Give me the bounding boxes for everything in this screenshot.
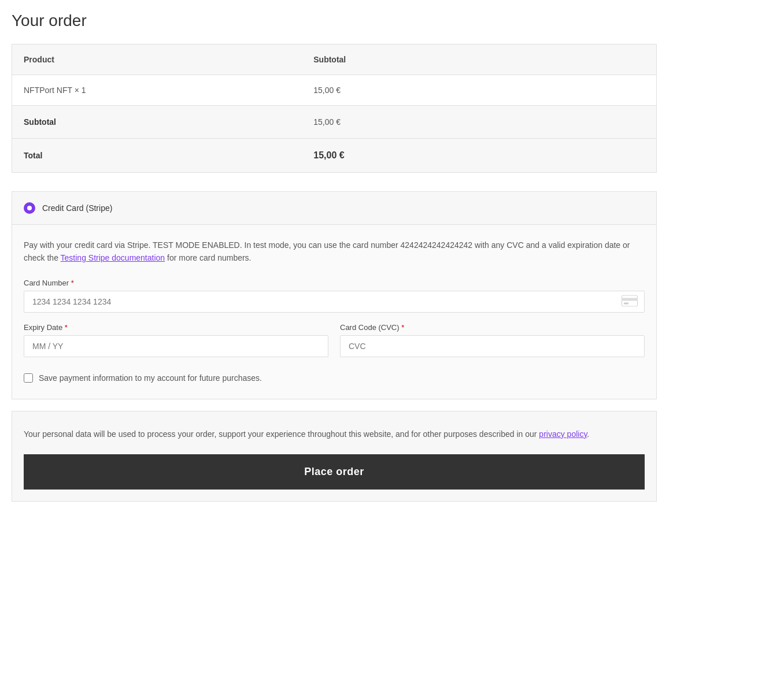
product-name: NFTPort NFT — [24, 86, 72, 95]
save-payment-row: Save payment information to my account f… — [24, 373, 645, 383]
payment-method-label: Credit Card (Stripe) — [42, 203, 112, 213]
expiry-label: Expiry Date * — [24, 323, 328, 332]
place-order-button[interactable]: Place order — [24, 454, 645, 490]
svg-rect-2 — [624, 302, 628, 304]
payment-radio[interactable] — [24, 202, 35, 214]
privacy-policy-link[interactable]: privacy policy — [539, 429, 587, 439]
payment-description: Pay with your credit card via Stripe. TE… — [24, 239, 645, 265]
total-label: Total — [12, 139, 302, 173]
save-payment-label[interactable]: Save payment information to my account f… — [39, 373, 262, 383]
required-star-expiry: * — [62, 323, 68, 332]
product-column-header: Product — [12, 45, 302, 75]
order-item-row: NFTPort NFT × 1 15,00 € — [12, 75, 657, 106]
privacy-text-part2: . — [587, 429, 589, 439]
subtotal-value: 15,00 € — [302, 106, 656, 139]
payment-header: Credit Card (Stripe) — [12, 192, 656, 225]
product-subtotal-cell: 15,00 € — [302, 75, 656, 106]
order-table: Product Subtotal NFTPort NFT × 1 15,00 €… — [12, 44, 657, 173]
subtotal-row: Subtotal 15,00 € — [12, 106, 657, 139]
payment-body: Pay with your credit card via Stripe. TE… — [12, 225, 656, 399]
product-name-cell: NFTPort NFT × 1 — [12, 75, 302, 106]
svg-rect-1 — [622, 298, 638, 301]
required-star: * — [69, 279, 74, 287]
privacy-section: Your personal data will be used to proce… — [12, 411, 657, 502]
product-quantity: × 1 — [75, 86, 86, 95]
card-number-input[interactable] — [24, 291, 645, 313]
cvc-group: Card Code (CVC) * — [340, 323, 645, 357]
privacy-text-part1: Your personal data will be used to proce… — [24, 429, 539, 439]
cvc-label: Card Code (CVC) * — [340, 323, 645, 332]
expiry-group: Expiry Date * — [24, 323, 328, 357]
page-title: Your order — [12, 12, 657, 30]
expiry-cvc-row: Expiry Date * Card Code (CVC) * — [24, 323, 645, 368]
card-icon — [622, 295, 638, 308]
stripe-docs-link[interactable]: Testing Stripe documentation — [61, 253, 165, 262]
total-row: Total 15,00 € — [12, 139, 657, 173]
card-number-label: Card Number * — [24, 279, 645, 287]
total-value: 15,00 € — [302, 139, 656, 173]
card-number-wrapper — [24, 291, 645, 313]
privacy-text: Your personal data will be used to proce… — [24, 428, 645, 440]
expiry-input[interactable] — [24, 335, 328, 357]
card-number-group: Card Number * — [24, 279, 645, 313]
payment-section: Credit Card (Stripe) Pay with your credi… — [12, 191, 657, 399]
required-star-cvc: * — [400, 323, 405, 332]
cvc-input[interactable] — [340, 335, 645, 357]
subtotal-label: Subtotal — [12, 106, 302, 139]
subtotal-column-header: Subtotal — [302, 45, 656, 75]
payment-desc-text2: for more card numbers. — [165, 253, 251, 262]
save-payment-checkbox[interactable] — [24, 373, 33, 383]
